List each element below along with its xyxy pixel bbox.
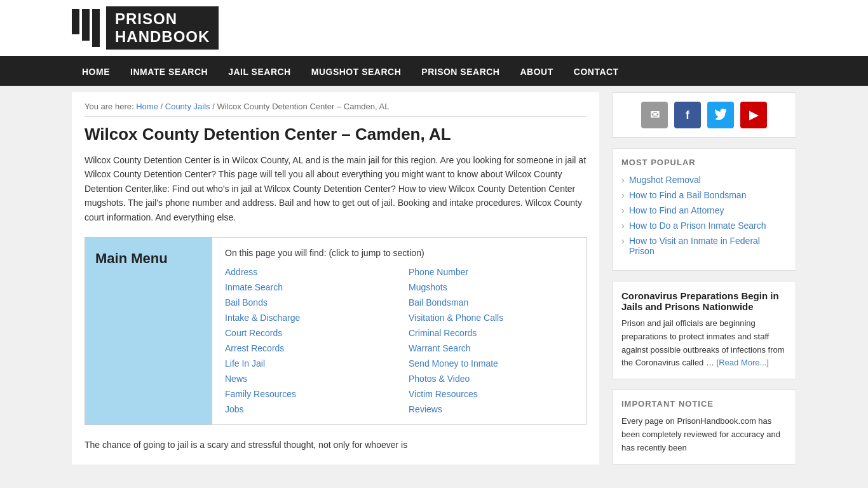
news-read-more[interactable]: [Read More...] bbox=[717, 358, 769, 367]
menu-link-news[interactable]: News bbox=[225, 374, 390, 384]
most-popular-item[interactable]: How to Find a Bail Bondsman bbox=[629, 190, 746, 200]
most-popular-item[interactable]: Mugshot Removal bbox=[629, 175, 701, 185]
menu-link-mugshots[interactable]: Mugshots bbox=[409, 282, 573, 292]
main-nav: HOMEINMATE SEARCHJAIL SEARCHMUGSHOT SEAR… bbox=[0, 58, 868, 86]
sidebar-most-popular: MOST POPULAR Mugshot RemovalHow to Find … bbox=[612, 148, 796, 271]
logo-bar-1 bbox=[72, 9, 79, 34]
menu-link-bail-bondsman[interactable]: Bail Bondsman bbox=[409, 297, 573, 308]
most-popular-item[interactable]: How to Visit an Inmate in Federal Prison bbox=[629, 236, 760, 256]
notice-text: Every page on PrisonHandbook.com has bee… bbox=[621, 415, 787, 454]
sidebar-social: ✉ f ▶ bbox=[612, 92, 796, 138]
nav-item-mugshot-search[interactable]: MUGSHOT SEARCH bbox=[301, 58, 412, 86]
main-menu-title-col: Main Menu bbox=[85, 238, 212, 424]
menu-link-arrest-records[interactable]: Arrest Records bbox=[225, 343, 390, 353]
logo-text: PRISON HANDBOOK bbox=[106, 6, 219, 50]
social-facebook-button[interactable]: f bbox=[674, 102, 701, 128]
menu-link-inmate-search[interactable]: Inmate Search bbox=[225, 282, 390, 292]
menu-link-family-resources[interactable]: Family Resources bbox=[225, 389, 390, 399]
main-menu-title: Main Menu bbox=[95, 250, 168, 267]
social-youtube-button[interactable]: ▶ bbox=[740, 102, 767, 128]
news-text: Prison and jail officials are beginning … bbox=[621, 317, 787, 370]
most-popular-list: Mugshot RemovalHow to Find a Bail Bondsm… bbox=[621, 175, 787, 256]
menu-link-reviews[interactable]: Reviews bbox=[409, 404, 573, 414]
main-menu-container: Main Menu On this page you will find: (c… bbox=[85, 237, 587, 425]
most-popular-item[interactable]: How to Find an Attorney bbox=[629, 205, 724, 215]
bottom-text: The chance of going to jail is a scary a… bbox=[85, 438, 587, 452]
breadcrumb-county-jails[interactable]: County Jails bbox=[165, 102, 210, 111]
logo-handbook: HANDBOOK bbox=[115, 28, 210, 46]
notice-heading: IMPORTANT NOTICE bbox=[621, 399, 787, 409]
logo[interactable]: PRISON HANDBOOK bbox=[72, 6, 796, 50]
page-title: Wilcox County Detention Center – Camden,… bbox=[85, 125, 587, 144]
menu-link-intake-&-discharge[interactable]: Intake & Discharge bbox=[225, 313, 390, 323]
breadcrumb-prefix: You are here: bbox=[85, 102, 134, 111]
breadcrumb-home[interactable]: Home bbox=[136, 102, 158, 111]
menu-link-criminal-records[interactable]: Criminal Records bbox=[409, 328, 573, 338]
main-menu-links-col: On this page you will find: (click to ju… bbox=[212, 238, 586, 424]
social-email-button[interactable]: ✉ bbox=[641, 102, 668, 128]
menu-link-phone-number[interactable]: Phone Number bbox=[409, 267, 573, 277]
logo-prison: PRISON bbox=[115, 10, 210, 28]
logo-bar-3 bbox=[92, 9, 100, 47]
menu-link-victim-resources[interactable]: Victim Resources bbox=[409, 389, 573, 399]
menu-link-bail-bonds[interactable]: Bail Bonds bbox=[225, 297, 390, 308]
menu-link-address[interactable]: Address bbox=[225, 267, 390, 277]
menu-link-court-records[interactable]: Court Records bbox=[225, 328, 390, 338]
nav-item-jail-search[interactable]: JAIL SEARCH bbox=[218, 58, 301, 86]
breadcrumb: You are here: Home / County Jails / Wilc… bbox=[85, 102, 587, 117]
most-popular-heading: MOST POPULAR bbox=[621, 158, 787, 167]
menu-link-jobs[interactable]: Jobs bbox=[225, 404, 390, 414]
news-title: Coronavirus Preparations Begin in Jails … bbox=[621, 290, 787, 312]
menu-link-visitation-&-phone-calls[interactable]: Visitation & Phone Calls bbox=[409, 313, 573, 323]
menu-intro: On this page you will find: (click to ju… bbox=[225, 248, 573, 258]
social-twitter-button[interactable] bbox=[707, 102, 734, 128]
content-description: Wilcox County Detention Center is in Wil… bbox=[85, 153, 587, 224]
menu-link-photos-&-video[interactable]: Photos & Video bbox=[409, 374, 573, 384]
nav-item-about[interactable]: ABOUT bbox=[510, 58, 563, 86]
menu-link-warrant-search[interactable]: Warrant Search bbox=[409, 343, 573, 353]
most-popular-item[interactable]: How to Do a Prison Inmate Search bbox=[629, 220, 766, 231]
menu-links-grid: AddressPhone NumberInmate SearchMugshots… bbox=[225, 267, 573, 414]
breadcrumb-current: Wilcox County Detention Center – Camden,… bbox=[217, 102, 389, 111]
logo-bar-2 bbox=[82, 9, 90, 41]
menu-link-life-in-jail[interactable]: Life In Jail bbox=[225, 358, 390, 369]
nav-item-inmate-search[interactable]: INMATE SEARCH bbox=[120, 58, 218, 86]
menu-link-send-money-to-inmate[interactable]: Send Money to Inmate bbox=[409, 358, 573, 369]
sidebar-news-box: Coronavirus Preparations Begin in Jails … bbox=[612, 281, 796, 379]
nav-item-prison-search[interactable]: PRISON SEARCH bbox=[411, 58, 510, 86]
sidebar-notice-box: IMPORTANT NOTICE Every page on PrisonHan… bbox=[612, 390, 796, 464]
logo-bars bbox=[72, 9, 100, 47]
nav-item-contact[interactable]: CONTACT bbox=[564, 58, 629, 86]
nav-item-home[interactable]: HOME bbox=[72, 58, 120, 86]
